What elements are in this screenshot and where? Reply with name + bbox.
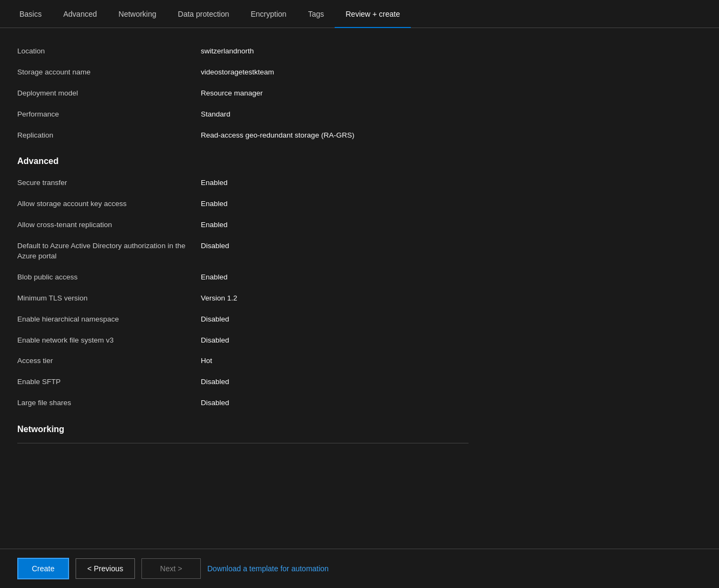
advanced-section-heading: Advanced	[17, 146, 469, 173]
basics-section: Location switzerlandnorth Storage accoun…	[17, 41, 469, 146]
label-replication: Replication	[17, 131, 201, 141]
label-allow-storage-account-key: Allow storage account key access	[17, 199, 201, 209]
tab-advanced[interactable]: Advanced	[52, 1, 107, 28]
tab-review-create[interactable]: Review + create	[335, 1, 411, 28]
main-content: Location switzerlandnorth Storage accoun…	[0, 28, 486, 461]
bottom-bar: Create < Previous Next > Download a temp…	[0, 549, 719, 588]
label-allow-cross-tenant: Allow cross-tenant replication	[17, 220, 201, 230]
value-access-tier: Hot	[201, 356, 212, 366]
label-nfs-v3: Enable network file system v3	[17, 336, 201, 346]
row-min-tls: Minimum TLS version Version 1.2	[17, 288, 469, 309]
row-location: Location switzerlandnorth	[17, 41, 469, 62]
value-location: switzerlandnorth	[201, 46, 254, 57]
label-large-file-shares: Large file shares	[17, 398, 201, 408]
tab-tags[interactable]: Tags	[297, 1, 335, 28]
value-enable-sftp: Disabled	[201, 377, 229, 387]
label-min-tls: Minimum TLS version	[17, 293, 201, 304]
row-enable-sftp: Enable SFTP Disabled	[17, 372, 469, 393]
row-replication: Replication Read-access geo-redundant st…	[17, 125, 469, 146]
label-performance: Performance	[17, 110, 201, 120]
value-large-file-shares: Disabled	[201, 398, 229, 408]
row-allow-storage-account-key: Allow storage account key access Enabled	[17, 194, 469, 215]
value-allow-cross-tenant: Enabled	[201, 220, 228, 230]
row-large-file-shares: Large file shares Disabled	[17, 393, 469, 414]
tab-networking[interactable]: Networking	[108, 1, 167, 28]
row-hierarchical-namespace: Enable hierarchical namespace Disabled	[17, 309, 469, 330]
value-min-tls: Version 1.2	[201, 293, 238, 304]
value-deployment-model: Resource manager	[201, 88, 263, 99]
next-button[interactable]: Next >	[141, 558, 201, 579]
networking-section: Networking	[17, 414, 469, 443]
row-storage-account-name: Storage account name videostoragetestkte…	[17, 62, 469, 83]
label-access-tier: Access tier	[17, 356, 201, 366]
advanced-section: Advanced Secure transfer Enabled Allow s…	[17, 146, 469, 414]
row-allow-cross-tenant: Allow cross-tenant replication Enabled	[17, 215, 469, 236]
networking-divider	[17, 443, 469, 443]
previous-button[interactable]: < Previous	[76, 558, 135, 579]
value-hierarchical-namespace: Disabled	[201, 314, 229, 325]
row-default-aad: Default to Azure Active Directory author…	[17, 236, 469, 267]
tab-encryption[interactable]: Encryption	[240, 1, 297, 28]
label-location: Location	[17, 46, 201, 57]
tab-navigation: Basics Advanced Networking Data protecti…	[0, 0, 719, 28]
row-blob-public-access: Blob public access Enabled	[17, 267, 469, 288]
value-allow-storage-account-key: Enabled	[201, 199, 228, 209]
label-enable-sftp: Enable SFTP	[17, 377, 201, 387]
value-storage-account-name: videostoragetestkteam	[201, 67, 274, 78]
label-storage-account-name: Storage account name	[17, 67, 201, 78]
value-secure-transfer: Enabled	[201, 178, 228, 188]
value-replication: Read-access geo-redundant storage (RA-GR…	[201, 131, 354, 141]
label-default-aad: Default to Azure Active Directory author…	[17, 241, 201, 262]
download-template-button[interactable]: Download a template for automation	[207, 564, 329, 573]
row-performance: Performance Standard	[17, 104, 469, 125]
label-deployment-model: Deployment model	[17, 88, 201, 99]
tab-basics[interactable]: Basics	[9, 1, 52, 28]
row-secure-transfer: Secure transfer Enabled	[17, 173, 469, 194]
networking-section-heading: Networking	[17, 414, 469, 441]
value-performance: Standard	[201, 110, 230, 120]
value-blob-public-access: Enabled	[201, 272, 228, 283]
create-button[interactable]: Create	[17, 558, 69, 579]
row-nfs-v3: Enable network file system v3 Disabled	[17, 330, 469, 351]
label-secure-transfer: Secure transfer	[17, 178, 201, 188]
label-hierarchical-namespace: Enable hierarchical namespace	[17, 314, 201, 325]
value-default-aad: Disabled	[201, 241, 229, 251]
value-nfs-v3: Disabled	[201, 336, 229, 346]
label-blob-public-access: Blob public access	[17, 272, 201, 283]
row-access-tier: Access tier Hot	[17, 351, 469, 372]
row-deployment-model: Deployment model Resource manager	[17, 83, 469, 104]
tab-data-protection[interactable]: Data protection	[167, 1, 240, 28]
